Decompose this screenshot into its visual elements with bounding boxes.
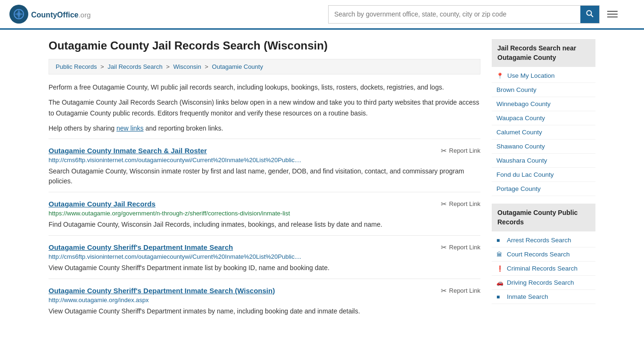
result-description: View Outagamie County Sheriff's Departme… [49, 306, 480, 316]
result-title-row: Outagamie County Inmate Search & Jail Ro… [49, 147, 480, 155]
results-list: Outagamie County Inmate Search & Jail Ro… [49, 139, 480, 322]
public-records-link[interactable]: 🚗Driving Records Search [492, 276, 595, 290]
nearby-county-link[interactable]: Winnebago County [492, 97, 595, 111]
nearby-county-link[interactable]: Fond du Lac County [492, 168, 595, 182]
search-area [328, 5, 620, 24]
report-link-button[interactable]: ✂ Report Link [441, 287, 480, 295]
report-link-button[interactable]: ✂ Report Link [441, 200, 480, 208]
result-title-link[interactable]: Outagamie County Inmate Search & Jail Ro… [49, 147, 207, 155]
description-2: The Outagamie County Jail Records Search… [49, 97, 480, 118]
court-icon: 🏛 [496, 251, 503, 258]
nearby-county-link[interactable]: Waushara County [492, 154, 595, 168]
svg-line-3 [591, 15, 594, 17]
breadcrumb-wisconsin[interactable]: Wisconsin [173, 63, 201, 70]
nearby-link-label: Fond du Lac County [496, 171, 554, 178]
nearby-section-title: Jail Records Search near Outagamie Count… [492, 39, 595, 67]
nearby-link-label: Waushara County [496, 157, 547, 164]
result-item: Outagamie County Sheriff's Department In… [49, 235, 480, 279]
result-url: http://www.outagamie.org/index.aspx [49, 296, 480, 304]
nearby-link-label: Use My Location [507, 72, 555, 79]
description-1: Perform a free Outagamie County, WI publ… [49, 82, 480, 92]
public-records-link-label: Arrest Records Search [507, 237, 571, 244]
breadcrumb-jail-records-search[interactable]: Jail Records Search [107, 63, 162, 70]
result-description: Search Outagamie County, Wisconsin inmat… [49, 166, 480, 186]
logo-icon [9, 5, 28, 24]
content-area: Outagamie County Jail Records Search (Wi… [49, 39, 480, 322]
report-link-button[interactable]: ✂ Report Link [441, 243, 480, 252]
result-url: http://cms6ftp.visioninternet.com/outaga… [49, 156, 480, 164]
report-link-label: Report Link [449, 244, 480, 251]
public-records-link[interactable]: ■Inmate Search [492, 290, 595, 304]
breadcrumb-outagamie-county[interactable]: Outagamie County [212, 63, 263, 70]
logo-text: CountyOffice.org [31, 9, 91, 20]
breadcrumb: Public Records > Jail Records Search > W… [49, 59, 480, 74]
svg-point-2 [587, 10, 592, 15]
search-wrapper [328, 5, 600, 24]
arrest-icon: ■ [496, 237, 503, 244]
result-item: Outagamie County Sheriff's Department In… [49, 279, 480, 322]
location-icon: 📍 [496, 73, 504, 79]
use-my-location-link[interactable]: 📍Use My Location [492, 69, 595, 83]
nearby-link-label: Winnebago County [496, 100, 551, 107]
nearby-link-label: Waupaca County [496, 115, 545, 122]
nearby-county-link[interactable]: Brown County [492, 83, 595, 97]
public-records-link[interactable]: ❗Criminal Records Search [492, 262, 595, 276]
result-item: Outagamie County Inmate Search & Jail Ro… [49, 139, 480, 192]
result-title-link[interactable]: Outagamie County Sheriff's Department In… [49, 243, 233, 251]
result-title-row: Outagamie County Sheriff's Department In… [49, 287, 480, 295]
public-records-link-label: Criminal Records Search [507, 265, 578, 272]
result-url: http://cms6ftp.visioninternet.com/outaga… [49, 253, 480, 260]
description-3: Help others by sharing new links and rep… [49, 123, 480, 133]
scissors-icon: ✂ [441, 200, 447, 208]
nearby-county-link[interactable]: Calumet County [492, 125, 595, 140]
menu-button[interactable] [604, 8, 620, 20]
report-link-label: Report Link [449, 200, 480, 207]
public-records-link-label: Driving Records Search [507, 279, 574, 286]
nearby-link-label: Brown County [496, 86, 537, 93]
result-description: Find Outagamie County, Wisconsin Jail Re… [49, 220, 480, 230]
menu-bar-2 [607, 14, 618, 15]
public-records-link[interactable]: ■Arrest Records Search [492, 233, 595, 247]
public-records-link-label: Inmate Search [507, 293, 548, 300]
nearby-county-link[interactable]: Shawano County [492, 140, 595, 154]
inmate-icon: ■ [496, 294, 503, 300]
result-title-row: Outagamie County Sheriff's Department In… [49, 243, 480, 252]
public-records-links: ■Arrest Records Search🏛Court Records Sea… [492, 233, 595, 304]
result-title-link[interactable]: Outagamie County Jail Records [49, 200, 156, 208]
main-container: Outagamie County Jail Records Search (Wi… [39, 30, 605, 322]
result-title-link[interactable]: Outagamie County Sheriff's Department In… [49, 287, 275, 295]
public-records-link-label: Court Records Search [507, 251, 570, 258]
site-header: CountyOffice.org [0, 0, 644, 30]
nearby-county-link[interactable]: Portage County [492, 182, 595, 196]
nearby-links: 📍Use My LocationBrown CountyWinnebago Co… [492, 69, 595, 196]
search-button[interactable] [580, 6, 599, 23]
new-links-link[interactable]: new links [116, 124, 144, 132]
breadcrumb-public-records[interactable]: Public Records [56, 63, 97, 70]
result-item: Outagamie County Jail Records ✂ Report L… [49, 192, 480, 235]
nearby-county-link[interactable]: Waupaca County [492, 111, 595, 125]
search-input[interactable] [329, 7, 580, 22]
report-link-button[interactable]: ✂ Report Link [441, 147, 480, 155]
scissors-icon: ✂ [441, 243, 447, 252]
public-records-link[interactable]: 🏛Court Records Search [492, 247, 595, 262]
nearby-link-label: Calumet County [496, 129, 542, 136]
scissors-icon: ✂ [441, 147, 447, 155]
criminal-icon: ❗ [496, 265, 503, 272]
sidebar: Jail Records Search near Outagamie Count… [492, 39, 595, 322]
nearby-link-label: Portage County [496, 185, 541, 192]
report-link-label: Report Link [449, 147, 480, 154]
menu-bar-1 [607, 11, 618, 12]
nearby-link-label: Shawano County [496, 143, 545, 150]
public-records-section-title: Outagamie County Public Records [492, 204, 595, 231]
driving-icon: 🚗 [496, 280, 503, 286]
result-title-row: Outagamie County Jail Records ✂ Report L… [49, 200, 480, 208]
menu-bar-3 [607, 16, 618, 17]
report-link-label: Report Link [449, 287, 480, 294]
result-url: https://www.outagamie.org/government/n-t… [49, 210, 480, 217]
page-title: Outagamie County Jail Records Search (Wi… [49, 39, 480, 52]
scissors-icon: ✂ [441, 287, 447, 295]
result-description: View Outagamie County Sheriff's Departme… [49, 263, 480, 273]
logo-area: CountyOffice.org [9, 5, 91, 24]
